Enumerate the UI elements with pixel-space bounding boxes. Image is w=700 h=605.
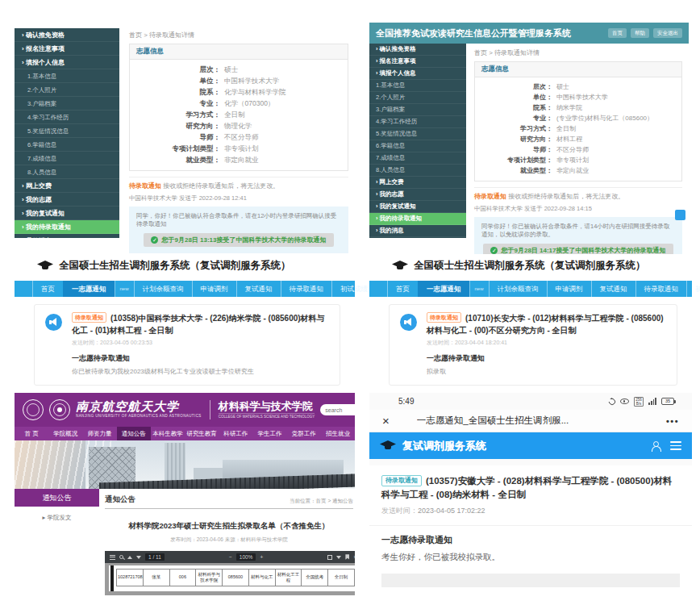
sent-time: 发送时间：2023-04-05 00:23:53 (72, 339, 330, 347)
header-link[interactable]: 帮助 (631, 28, 649, 38)
close-icon[interactable]: × (382, 415, 390, 427)
field-row: 研究方向： 材料工程 (475, 134, 681, 144)
sidebar-item[interactable]: 我的志愿 (369, 189, 466, 201)
sidebar-item[interactable]: 1.基本信息 (15, 69, 119, 83)
more-options-icon[interactable]: ••• (666, 416, 679, 426)
nav-item[interactable]: 首页 (387, 281, 418, 297)
nav-item[interactable]: 党群工作 (287, 427, 321, 440)
notice-section-label[interactable]: 通知公告 (15, 489, 99, 507)
sidebar-item[interactable]: 5.奖惩情况信息 (369, 128, 466, 140)
field-row: 研究方向： 物理化学 (130, 120, 348, 131)
nav-item[interactable]: new (115, 281, 134, 297)
sidebar-item[interactable]: 5.奖惩情况信息 (15, 124, 119, 138)
nav-item[interactable]: 学生工作 (252, 427, 286, 440)
notice-card-title-text: (10710)长安大学 - (012)材料科学与工程学院 - (085600)材… (427, 314, 664, 335)
sidebar-link-documents[interactable]: ▸ 学院发文 (15, 514, 99, 522)
floating-widget-button[interactable] (675, 210, 685, 220)
field-label: 就业类型： (475, 165, 552, 176)
sidebar-item[interactable]: 8.人员信息 (15, 165, 119, 179)
nav-item[interactable]: 待录取通知 (635, 281, 687, 297)
sidebar-item[interactable]: 8.人员信息 (369, 165, 466, 177)
tiaoji-titlebar: 全国硕士生招生调剂服务系统（复试调剂服务系统） (369, 259, 692, 273)
user-profile-icon[interactable] (651, 441, 660, 451)
notice-card: 待录取通知(10357)安徽大学 - (028)材料科学与工程学院 - (080… (369, 465, 692, 598)
sidebar-item[interactable]: 6.学籍信息 (369, 140, 466, 152)
sidebar-item[interactable]: 填报个人信息 (369, 68, 466, 80)
pdf-presentation-icon[interactable] (327, 555, 332, 560)
nav-item[interactable]: 计划余额查询 (134, 281, 192, 297)
notice-body: 拟录取 (427, 367, 667, 376)
sidebar-item[interactable]: 确认推免资格 (15, 28, 119, 42)
nav-item[interactable]: 本科生教学 (151, 427, 185, 440)
notice-message: 同学你好！你已被确认符合录取条件，请14小时内在研招网接受待录取通知，以免耽误你… (481, 223, 675, 239)
nav-item[interactable]: 一志愿通知 (418, 281, 469, 297)
nav-item[interactable]: 计划余额查询 (489, 281, 547, 297)
nav-item[interactable]: 复试通知 (591, 281, 635, 297)
nav-item[interactable]: 研究生教育 (185, 427, 219, 440)
header-links: 首页帮助安全退出 (608, 28, 682, 38)
nav-item[interactable]: 师资力量 (82, 427, 116, 440)
sidebar-item[interactable]: 网上交费 (369, 177, 466, 189)
sidebar-item[interactable]: 报名注意事项 (15, 42, 119, 56)
pdf-more-icon[interactable]: » (353, 554, 355, 560)
menu-icon[interactable] (670, 441, 681, 449)
sidebar-item[interactable]: 我的复试通知 (369, 201, 466, 213)
sidebar-item[interactable]: 2.个人照片 (15, 83, 119, 97)
sidebar-item[interactable]: 我的待录取通知 (369, 213, 466, 225)
sidebar-item[interactable]: 6.学籍信息 (15, 138, 119, 152)
nav-item[interactable]: new (469, 281, 489, 297)
nuaa-nav: 首 页学院概况师资力量通知公告本科生教学研究生教育科研工作学生工作党群工作招生就… (15, 427, 355, 440)
sidebar-item[interactable]: 7.成绩信息 (15, 152, 119, 165)
sidebar-item[interactable]: 1.基本信息 (369, 80, 466, 92)
sidebar-item[interactable]: 我的消息 (369, 225, 466, 237)
sidebar-item[interactable]: 2.个人照片 (369, 92, 466, 104)
nav-item[interactable]: 科研工作 (219, 427, 252, 440)
sidebar-item[interactable]: 3.户籍档案 (15, 97, 119, 111)
sidebar-item[interactable]: 我的复试通知 (15, 207, 119, 220)
nav-item[interactable]: 一志愿通知 (63, 281, 115, 297)
nav-item[interactable]: 学院概况 (48, 427, 82, 440)
sidebar-item[interactable]: 填报个人信息 (15, 56, 119, 69)
nav-item[interactable]: 复试通知 (236, 281, 281, 297)
pdf-sidebar-toggle-icon[interactable] (110, 555, 115, 560)
search-input[interactable] (325, 407, 355, 413)
pdf-bookmark-icon[interactable] (345, 554, 349, 560)
nav-item[interactable]: 招生就业 (321, 427, 355, 440)
tiaoji-panel-left: 全国硕士生招生调剂服务系统（复试调剂服务系统） 首页一志愿通知new计划余额查询… (15, 254, 355, 377)
header-link[interactable]: 安全退出 (653, 28, 682, 38)
sidebar-item[interactable]: 确认推免资格 (369, 44, 466, 56)
campus-banner-image (15, 440, 355, 489)
sidebar-item[interactable]: 网上交费 (15, 179, 119, 193)
pdf-zoom-in-icon[interactable]: + (260, 554, 263, 560)
sidebar-item[interactable]: 报名注意事项 (369, 56, 466, 68)
accepted-button[interactable]: ✓ 您于9月28日 13:13接受了中国科学技术大学的待录取通知 (144, 233, 333, 247)
nav-item[interactable]: 申请调剂 (547, 281, 591, 297)
sidebar-item[interactable]: 3.户籍档案 (369, 104, 466, 116)
sidebar-item[interactable]: 我的消息 (15, 234, 119, 238)
sidebar-item[interactable]: 4.学习工作经历 (369, 116, 466, 128)
field-value: 不区分导师 (556, 144, 589, 155)
sidebar-item[interactable]: 7.成绩信息 (369, 152, 466, 165)
field-value: 中国科学技术大学 (556, 92, 608, 102)
nav-item[interactable]: 待录取通知 (281, 281, 332, 297)
nav-item[interactable]: 首 页 (15, 427, 48, 440)
pdf-zoom-level[interactable]: 100% (236, 553, 256, 561)
nav-item[interactable]: 通知公告 (117, 427, 151, 440)
sidebar-item[interactable]: 4.学习工作经历 (15, 111, 119, 124)
pdf-search-icon[interactable] (119, 555, 123, 559)
field-row: 院系： 化学与材料科学学院 (130, 86, 348, 98)
pdf-zoom-out-icon[interactable]: − (229, 554, 232, 560)
sidebar-item[interactable]: 我的志愿 (15, 193, 119, 207)
nav-item[interactable]: 初试成绩 (686, 281, 700, 297)
nav-item[interactable]: 申请调剂 (192, 281, 236, 297)
pdf-page-down-icon[interactable] (136, 556, 141, 559)
tiaoji-nav: 首页一志愿通知new计划余额查询申请调剂复试通知待录取通知初试成绩 (15, 281, 355, 297)
nav-item[interactable]: 首页 (32, 281, 63, 297)
pdf-download-icon[interactable] (336, 556, 341, 559)
sidebar-item[interactable]: 我的待录取通知 (15, 220, 119, 234)
header-link[interactable]: 首页 (608, 28, 627, 38)
article-title[interactable]: 材料学院2023年硕士研究生招生拟录取名单（不含推免生） (105, 521, 353, 532)
article-meta: 发布时间：2023-04-06 来源：材料科学与技术学院 (105, 536, 353, 544)
pdf-page-up-icon[interactable] (127, 556, 132, 559)
pdf-page-indicator[interactable]: 1 / 11 (145, 553, 165, 561)
